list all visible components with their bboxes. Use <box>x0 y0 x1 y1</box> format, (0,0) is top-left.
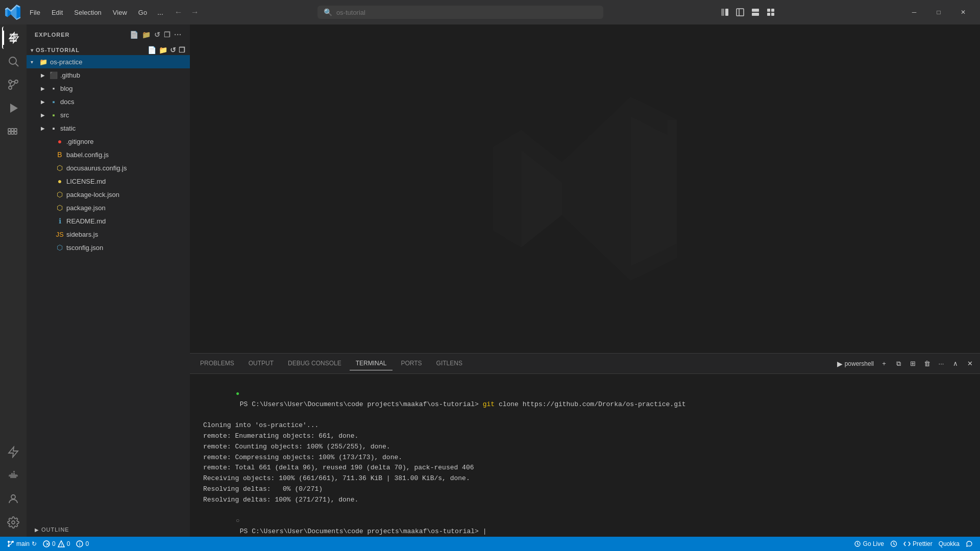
statusbar-prettier[interactable]: Prettier <box>900 537 936 551</box>
tree-item-babel[interactable]: B babel.config.js <box>27 148 190 161</box>
tab-terminal[interactable]: TERMINAL <box>350 357 393 370</box>
vscode-watermark-icon <box>483 97 687 281</box>
activity-accounts[interactable] <box>2 488 24 510</box>
tree-item-blog[interactable]: ▶ ▪ blog <box>27 82 190 95</box>
root-collapse-arrow[interactable]: ▾ <box>31 47 34 53</box>
new-folder-icon[interactable]: 📁 <box>142 31 151 39</box>
layout-sidebar-icon[interactable] <box>734 6 746 18</box>
tree-item-readme[interactable]: ℹ README.md <box>27 214 190 228</box>
tree-item-license[interactable]: ● LICENSE.md <box>27 174 190 188</box>
tsconfig-icon: ⬡ <box>55 243 64 252</box>
maximize-button[interactable]: □ <box>927 4 950 20</box>
tree-item-gitignore[interactable]: ● .gitignore <box>27 135 190 148</box>
root-section-label[interactable]: ▾ OS-TUTORIAL 📄 📁 ↺ ❐ <box>27 45 190 55</box>
menu-selection[interactable]: Selection <box>69 7 106 18</box>
root-new-folder-icon[interactable]: 📁 <box>159 46 168 54</box>
terminal-line-6: remote: Total 661 (delta 96), reused 190… <box>196 463 974 473</box>
minimize-button[interactable]: ─ <box>902 4 926 20</box>
layout-panel-icon[interactable] <box>719 6 731 18</box>
activity-docker[interactable] <box>2 464 24 487</box>
explorer-label: EXPLORER <box>35 32 70 38</box>
statusbar-quokka[interactable]: Quokka <box>936 537 963 551</box>
sidebars-icon: JS <box>55 230 64 239</box>
menu-edit[interactable]: Edit <box>46 7 68 18</box>
window-controls: ─ □ ✕ <box>902 4 975 20</box>
tree-item-package-json[interactable]: ⬡ package.json <box>27 201 190 214</box>
forward-arrow[interactable]: → <box>188 7 202 18</box>
activity-settings[interactable] <box>2 511 24 534</box>
statusbar-feedback[interactable] <box>963 537 976 551</box>
activity-search[interactable] <box>2 50 24 72</box>
menu-more[interactable]: ... <box>153 6 167 18</box>
tab-output[interactable]: OUTPUT <box>242 357 280 370</box>
tree-item-docusaurus[interactable]: ⬡ docusaurus.config.js <box>27 161 190 174</box>
statusbar-clock[interactable] <box>887 537 900 551</box>
statusbar-go-live[interactable]: Go Live <box>851 537 887 551</box>
root-section-text: OS-TUTORIAL <box>36 47 80 53</box>
tree-item-package-lock[interactable]: ⬡ package-lock.json <box>27 188 190 201</box>
static-folder-icon: ▪ <box>49 123 58 133</box>
tsconfig-name: tsconfig.json <box>66 244 103 252</box>
menu-go[interactable]: Go <box>133 7 152 18</box>
docs-name: docs <box>60 98 74 106</box>
tab-problems[interactable]: PROBLEMS <box>194 357 240 370</box>
tree-item-src[interactable]: ▶ ▪ src <box>27 108 190 121</box>
maximize-terminal-button[interactable]: ∧ <box>949 358 962 370</box>
tree-item-static[interactable]: ▶ ▪ static <box>27 121 190 135</box>
outline-arrow-icon: ▶ <box>35 527 39 533</box>
activity-remote[interactable] <box>2 441 24 463</box>
docs-arrow: ▶ <box>41 99 49 105</box>
search-input[interactable] <box>336 9 597 16</box>
layout-terminal-button[interactable]: ⊞ <box>906 358 919 370</box>
svg-point-25 <box>11 495 15 499</box>
tree-item-tsconfig[interactable]: ⬡ tsconfig.json <box>27 241 190 254</box>
new-terminal-button[interactable]: + <box>878 358 890 370</box>
new-file-icon[interactable]: 📄 <box>130 31 139 39</box>
svg-rect-24 <box>13 471 15 472</box>
more-icon[interactable]: ··· <box>174 31 182 39</box>
terminal-content[interactable]: ● PS C:\Users\User\Documents\code projec… <box>190 374 980 537</box>
tab-debug-console[interactable]: DEBUG CONSOLE <box>282 357 348 370</box>
split-terminal-button[interactable]: ⧉ <box>892 358 904 370</box>
root-refresh-icon[interactable]: ↺ <box>170 46 177 54</box>
layout-icons <box>719 6 777 18</box>
refresh-icon[interactable]: ↺ <box>154 31 161 39</box>
tab-gitlens[interactable]: GITLENS <box>430 357 469 370</box>
tree-item-github[interactable]: ▶ ⬛ .github <box>27 68 190 82</box>
menu-file[interactable]: File <box>24 7 45 18</box>
activity-extensions[interactable] <box>2 120 24 143</box>
tab-ports[interactable]: PORTS <box>395 357 428 370</box>
go-live-label: Go Live <box>863 540 884 547</box>
statusbar-errors[interactable]: ✕ 0 ! 0 <box>40 537 73 551</box>
svg-line-11 <box>16 64 19 67</box>
right-panel: PROBLEMS OUTPUT DEBUG CONSOLE TERMINAL P… <box>190 24 980 537</box>
tree-item-docs[interactable]: ▶ ▪ docs <box>27 95 190 108</box>
terminal-line-10: ○ PS C:\Users\User\Documents\code projec… <box>196 506 974 537</box>
tree-item-sidebars[interactable]: JS sidebars.js <box>27 228 190 241</box>
tree-item-os-practice[interactable]: ▾ 📁 os-practice <box>27 55 190 68</box>
package-json-name: package.json <box>66 204 106 212</box>
layout-split-icon[interactable] <box>749 6 762 18</box>
search-bar[interactable]: 🔍 <box>317 6 603 19</box>
statusbar-info[interactable]: i 0 <box>73 537 92 551</box>
collapse-icon[interactable]: ❐ <box>164 31 171 39</box>
back-arrow[interactable]: ← <box>172 7 186 18</box>
activity-run-debug[interactable] <box>2 97 24 119</box>
nav-arrows: ← → <box>172 7 202 18</box>
svg-rect-8 <box>767 13 770 16</box>
statusbar-branch[interactable]: main ↻ <box>4 537 40 551</box>
trash-terminal-button[interactable]: 🗑 <box>921 358 933 370</box>
gitignore-icon: ● <box>55 137 64 146</box>
outline-section[interactable]: ▶ OUTLINE <box>27 522 190 537</box>
menu-view[interactable]: View <box>108 7 132 18</box>
close-button[interactable]: ✕ <box>951 4 975 20</box>
docusaurus-icon: ⬡ <box>55 163 64 172</box>
activity-source-control[interactable] <box>2 73 24 96</box>
activity-explorer[interactable] <box>2 27 24 49</box>
close-terminal-button[interactable]: ✕ <box>964 358 976 370</box>
root-collapse2-icon[interactable]: ❐ <box>179 46 186 54</box>
more-terminal-button[interactable]: ··· <box>935 358 947 370</box>
layout-grid-icon[interactable] <box>765 6 777 18</box>
svg-rect-17 <box>11 132 14 134</box>
root-new-file-icon[interactable]: 📄 <box>148 46 157 54</box>
